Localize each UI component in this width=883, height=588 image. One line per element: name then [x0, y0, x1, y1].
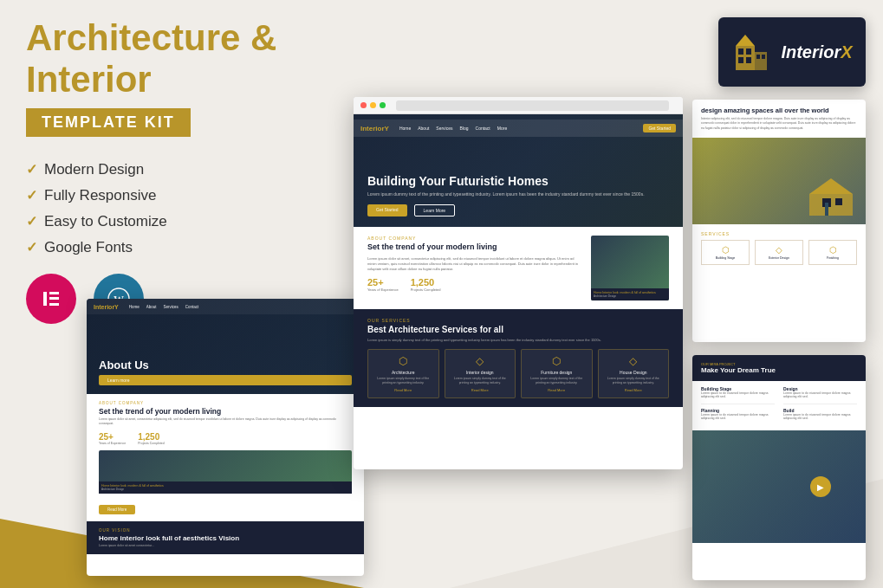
nav-cta-button: Get Started [643, 124, 676, 132]
nav-links: Home About Services Blog Contact More [399, 126, 507, 131]
lp-logo: InteriorY [94, 304, 119, 310]
brand-text: Interior [781, 42, 841, 61]
rbp-item-planning-info: Planning Lorem ipsum to do eiusmod tempo… [701, 408, 775, 420]
browser-url-bar [396, 100, 669, 111]
brand-x: X [841, 42, 852, 61]
stat-2: 1,250 Projects Completed [411, 277, 441, 292]
exterior-design-icon: ◇ [758, 245, 800, 255]
nav-item-blog: Blog [460, 126, 469, 131]
service-name-2: Interior design [451, 370, 510, 375]
rbp-item-building: Building Stage Lorem ipsum to do eiusmod… [701, 386, 775, 398]
services-cards: ⬡ Architecture Lorem ipsum simply dummy … [367, 349, 669, 398]
about-section: ABOUT COMPANY Set the trend of your mode… [354, 227, 683, 309]
svg-rect-13 [756, 55, 760, 59]
hero-primary-button: Get Started [367, 204, 407, 216]
rbp-item-planning: Planning Lorem ipsum to do eiusmod tempo… [701, 408, 775, 420]
hero-buttons: Get Started Learn More [367, 204, 669, 216]
left-preview-hero: InteriorY Home About Services Contact Ab… [87, 299, 364, 394]
lp-nav-services: Services [164, 305, 179, 309]
browser-minimize-dot [370, 102, 376, 108]
feature-item-3: ✓ Easy to Customize [26, 213, 355, 230]
brand-name: InteriorX [781, 42, 852, 62]
rp-service-finishing-name: Finishing [812, 256, 854, 260]
lp-vision-desc: Lorem ipsum dolor sit amet consectetur..… [99, 544, 352, 547]
feature-label-1: Modern Design [44, 161, 144, 178]
lp-about-tag: ABOUT COMPANY [99, 401, 352, 405]
left-secondary-preview: InteriorY Home About Services Contact Ab… [87, 299, 364, 576]
rbp-item-building-desc: Lorem ipsum to do eiusmod tempor dolore … [701, 391, 775, 398]
browser-close-dot [360, 102, 367, 108]
finishing-icon: ⬡ [812, 245, 854, 255]
main-preview-card: InteriorY Home About Services Blog Conta… [354, 97, 683, 469]
lp-overlay-sub: Architecture Design [101, 488, 349, 491]
read-more-4: Read More [604, 388, 664, 392]
lp-nav-contact: Contact [185, 305, 199, 309]
rbp-right-items: Design Lorem ipsum to do eiusmod tempor … [783, 386, 857, 425]
rbp-divider-1 [701, 404, 775, 404]
rbp-play-button[interactable]: ▶ [810, 476, 831, 497]
svg-rect-14 [762, 55, 765, 59]
rbp-item-build-info: Build Lorem ipsum to do eiusmod tempor d… [783, 408, 857, 420]
right-bottom-preview: OUR MIRA PROJECT Make Your Dream True Bu… [692, 355, 866, 580]
stat-1: 25+ Years of Experience [367, 277, 399, 292]
lp-read-more: Read More [99, 505, 135, 514]
rbp-item-design: Design Lorem ipsum to do eiusmod tempor … [783, 386, 857, 398]
rbp-title: Make Your Dream True [701, 366, 857, 374]
nav-item-about: About [418, 126, 429, 131]
browser-maximize-dot [380, 102, 386, 108]
house-illustration [805, 177, 857, 216]
lp-about: ABOUT COMPANY Set the trend of your mode… [87, 394, 364, 521]
features-list: ✓ Modern Design ✓ Fully Responsive ✓ Eas… [26, 161, 355, 256]
hero-nav: InteriorY Home About Services Blog Conta… [354, 120, 683, 137]
about-stats: 25+ Years of Experience 1,250 Projects C… [367, 277, 582, 292]
nav-item-more: More [497, 126, 507, 131]
read-more-2: Read More [451, 388, 510, 392]
lp-stat-2-label: Projects Completed [138, 442, 165, 445]
nav-item-contact: Contact [476, 126, 490, 131]
feature-item-1: ✓ Modern Design [26, 161, 355, 178]
rbp-divider-2 [783, 404, 857, 404]
svg-rect-10 [746, 57, 751, 63]
services-section: OUR SERVICES Best Architecture Services … [354, 309, 683, 407]
lp-stats: 25+ Years of Experience 1,250 Projects C… [99, 432, 352, 445]
about-title: Set the trend of your modern living [367, 242, 582, 253]
building-stage-icon: ⬡ [704, 245, 746, 255]
rp-services: SERVICES ⬡ Building Stage ◇ Exterior Des… [692, 224, 866, 272]
feature-label-2: Fully Responsive [44, 187, 156, 204]
rp-service-row: ⬡ Building Stage ◇ Exterior Design ⬡ Fin… [701, 240, 857, 265]
feature-item-4: ✓ Google Fonts [26, 239, 355, 256]
checkmark-icon-3: ✓ [26, 213, 37, 229]
rp-desc: Interior adipiscing elit, sed do eiusmod… [701, 117, 857, 131]
service-card-1: ⬡ Architecture Lorem ipsum simply dummy … [367, 349, 439, 398]
house-icon: ◇ [604, 355, 664, 367]
lp-nav: InteriorY Home About Services Contact [87, 299, 364, 314]
stat-1-label: Years of Experience [367, 288, 399, 292]
read-more-1: Read More [373, 388, 433, 392]
about-text: ABOUT COMPANY Set the trend of your mode… [367, 236, 582, 300]
lp-hero-btn: Learn more [99, 375, 352, 385]
svg-rect-1 [49, 292, 59, 294]
left-panel: Architecture & Interior TEMPLATE KIT ✓ M… [26, 17, 355, 324]
hero-secondary-button: Learn More [414, 204, 456, 216]
lp-nav-links: Home About Services Contact [129, 305, 199, 309]
nav-item-home: Home [399, 126, 411, 131]
about-overlay-subtext: Architecture Design [594, 294, 666, 298]
service-card-4: ◇ House Design Lorem ipsum simply dummy … [598, 349, 670, 398]
service-name-1: Architecture [373, 370, 433, 375]
service-desc-3: Lorem ipsum simply dummy text of the pri… [527, 377, 587, 385]
rp-service-finishing: ⬡ Finishing [808, 240, 857, 265]
nav-logo: InteriorY [360, 125, 389, 132]
interior-icon: ◇ [451, 355, 510, 367]
lp-stat-2: 1,250 Projects Completed [138, 432, 165, 445]
lp-vision-tag: OUR VISION [99, 528, 352, 533]
rbp-image-overlay [692, 430, 866, 543]
rp-service-building: ⬡ Building Stage [701, 240, 750, 265]
stat-2-num: 1,250 [411, 277, 441, 288]
rp-service-exterior-name: Exterior Design [758, 256, 800, 260]
svg-rect-0 [43, 292, 47, 306]
svg-rect-18 [835, 198, 842, 205]
hero-section: InteriorY Home About Services Blog Conta… [354, 114, 683, 227]
about-desc: Lorem ipsum dolor sit amet, consectetur … [367, 256, 582, 272]
feature-item-2: ✓ Fully Responsive [26, 187, 355, 204]
lp-nav-home: Home [129, 305, 140, 309]
